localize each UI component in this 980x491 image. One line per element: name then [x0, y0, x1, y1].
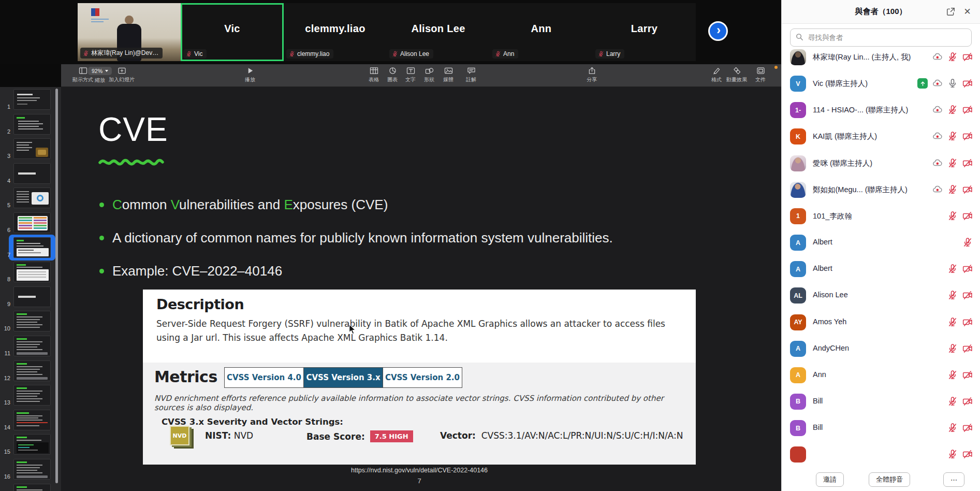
video-tile[interactable]: AnnAnn	[490, 3, 593, 61]
severity-badge: 7.5 HIGH	[370, 430, 413, 442]
participant-name: 鄭如如(Megu... (聯席主持人)	[813, 185, 908, 195]
slide-thumbnail[interactable]	[13, 89, 51, 110]
toolbar-button-play[interactable]: 播放	[245, 67, 255, 83]
slide-thumbnail[interactable]	[13, 360, 51, 381]
vector-value: CVSS:3.1/AV:N/AC:L/PR:N/UI:N/S:U/C:H/I:N…	[481, 430, 683, 441]
participant-row[interactable]: BBill	[782, 388, 980, 415]
participant-name: 愛咪 (聯席主持人)	[813, 158, 872, 168]
zoom-value-text: 92%	[92, 68, 103, 74]
toolbar-label: 註解	[466, 76, 476, 83]
camera-off-icon	[962, 423, 973, 433]
participant-name: Vic (聯席主持人)	[813, 79, 868, 89]
avatar: B	[790, 420, 806, 436]
slide-thumbnail[interactable]	[13, 212, 51, 233]
participant-row[interactable]: ALAlison Lee	[782, 282, 980, 309]
participant-row[interactable]: AAlbert	[782, 229, 980, 256]
mic-off-icon	[947, 264, 958, 274]
toolbar-button-add-slide[interactable]: 加入幻燈片	[109, 67, 135, 83]
participant-row[interactable]: KKAI凱 (聯席主持人)	[782, 123, 980, 150]
avatar	[790, 182, 806, 198]
slide-thumbnail[interactable]	[13, 114, 51, 135]
participant-row[interactable]: 林家瑋(Ray Lin... (主持人, 我)	[782, 49, 980, 70]
participant-status-icons	[947, 343, 973, 354]
toolbar-button-shape[interactable]: 形狀	[424, 67, 434, 83]
slide-thumbnail[interactable]	[13, 410, 51, 430]
slide-number: 1	[1, 104, 10, 110]
slide-number: 5	[1, 202, 10, 208]
participant-row[interactable]: AAndyCHen	[782, 336, 980, 362]
slide-thumbnail[interactable]	[13, 336, 51, 356]
toolbar-button-text[interactable]: 文字	[405, 67, 416, 83]
sidebar-scrollbar[interactable]	[55, 89, 58, 483]
video-tile[interactable]: VicVic	[181, 3, 284, 61]
name-label: 林家瑋(Ray Lin)@Dev…	[80, 48, 163, 59]
cvss-version-tabs: CVSS Version 4.0CVSS Version 3.xCVSS Ver…	[224, 367, 462, 388]
toolbar-label: 圖表	[387, 76, 398, 83]
cloud-recording-icon	[932, 184, 943, 195]
more-button[interactable]: ⋯	[943, 472, 964, 487]
participant-row[interactable]: AYAmos Yeh	[782, 309, 980, 336]
search-input[interactable]	[790, 28, 972, 47]
keynote-toolbar: 顯示方式92%縮放加入幻燈片播放表格圖表文字形狀媒體註解分享格式動畫效果文件	[61, 64, 781, 87]
video-tile[interactable]: LarryLarry	[593, 3, 696, 61]
participant-row[interactable]	[782, 441, 980, 468]
cvss-tab: CVSS Version 3.x	[304, 368, 383, 387]
slide-thumbnail[interactable]	[13, 262, 51, 282]
toolbar-button-format[interactable]: 格式	[711, 67, 722, 83]
participant-row[interactable]: AAlbert	[782, 256, 980, 282]
participant-row[interactable]: BBill	[782, 415, 980, 441]
slide-page-number: 7	[143, 477, 696, 485]
slide-thumbnail[interactable]	[13, 237, 51, 258]
slide-number: 8	[1, 276, 10, 282]
toolbar-button-media[interactable]: 媒體	[443, 67, 454, 83]
toolbar-button-chart[interactable]: 圖表	[387, 67, 398, 83]
camera-off-icon	[962, 52, 973, 62]
participants-search	[782, 24, 980, 47]
toolbar-button-comment[interactable]: 註解	[466, 67, 476, 83]
next-videos-button[interactable]: ›	[708, 21, 728, 41]
avatar: V	[790, 76, 806, 92]
slide-thumbnail[interactable]	[13, 187, 51, 208]
invite-button[interactable]: 邀請	[816, 472, 844, 487]
slide-thumbnail[interactable]	[13, 163, 51, 184]
cvss-vector: Vector: CVSS:3.1/AV:N/AC:L/PR:N/UI:N/S:U…	[440, 430, 683, 441]
close-icon[interactable]: ✕	[962, 6, 973, 17]
participant-row[interactable]: 愛咪 (聯席主持人)	[782, 150, 980, 177]
toolbar-button-share[interactable]: 分享	[587, 67, 597, 83]
slide-thumbnail[interactable]	[13, 385, 51, 406]
camera-off-icon	[962, 264, 973, 274]
slide-number: 13	[1, 399, 10, 406]
participant-status-icons	[947, 449, 973, 459]
video-tile[interactable]: 林家瑋(Ray Lin)@Dev…	[78, 3, 181, 61]
participant-name: Larry	[593, 23, 696, 35]
slide-thumbnail[interactable]	[13, 459, 51, 480]
slide-thumbnail[interactable]	[13, 434, 51, 455]
slide-thumbnail[interactable]	[13, 484, 51, 491]
slide-thumbnail[interactable]	[13, 286, 51, 307]
toolbar-button-doc[interactable]: 文件	[755, 67, 766, 83]
camera-off-icon	[962, 317, 973, 327]
popout-icon[interactable]	[945, 6, 956, 17]
video-tile[interactable]: Alison LeeAlison Lee	[387, 3, 490, 61]
participant-row[interactable]: AAnn	[782, 362, 980, 388]
mute-all-button[interactable]: 全體靜音	[869, 472, 910, 487]
toolbar-button-animate[interactable]: 動畫效果	[726, 67, 747, 83]
participants-list: 林家瑋(Ray Lin... (主持人, 我)VVic (聯席主持人)1-114…	[782, 49, 980, 469]
participant-row[interactable]: 1101_李政翰	[782, 203, 980, 229]
slide-bullets: Common Vulnerabilities and Exposures (CV…	[99, 197, 613, 296]
nvd-description-section: Description Server-Side Request Forgery …	[143, 290, 696, 363]
slide-thumbnail[interactable]	[13, 311, 51, 331]
slide-thumbnail[interactable]	[13, 138, 51, 159]
participant-row[interactable]: VVic (聯席主持人)	[782, 70, 980, 97]
toolbar-label: 文字	[405, 76, 416, 83]
slide-thumbnails-sidebar: 12345678910111213141516	[0, 87, 61, 491]
name-label-text: Vic	[194, 50, 202, 57]
cloud-recording-icon	[932, 78, 943, 89]
participant-row[interactable]: 鄭如如(Megu... (聯席主持人)	[782, 177, 980, 203]
participant-name: 101_李政翰	[813, 211, 852, 221]
nvd-screenshot: Description Server-Side Request Forgery …	[143, 290, 696, 465]
participant-status-icons	[947, 264, 973, 274]
toolbar-button-table[interactable]: 表格	[369, 67, 379, 83]
video-tile[interactable]: clemmy.liaoclemmy.liao	[284, 3, 387, 61]
participant-row[interactable]: 1-114 - HSIAO-... (聯席主持人)	[782, 97, 980, 123]
